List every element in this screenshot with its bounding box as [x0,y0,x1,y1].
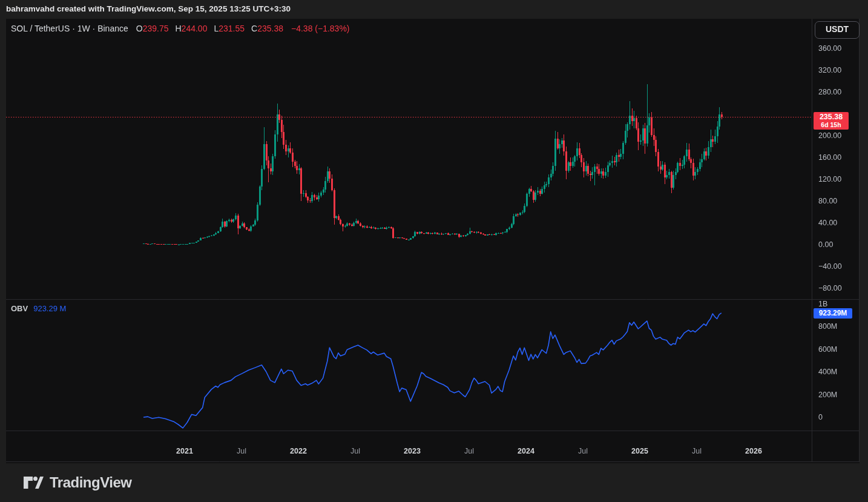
time-scale[interactable] [6,431,860,461]
obv-scale[interactable] [812,299,860,431]
price-scale[interactable] [812,19,860,299]
ohlc-values: O239.75 H244.00 L231.55 C235.38 [136,24,283,33]
price-change: −4.38 (−1.83%) [291,24,350,33]
symbol-title[interactable]: SOL / TetherUS · 1W · Binance [11,24,128,33]
ohlc-open-value: 239.75 [143,24,169,33]
symbol-legend: SOL / TetherUS · 1W · Binance O239.75 H2… [11,24,350,33]
tradingview-footer: TradingView [23,472,131,494]
tradingview-snapshot: bahramvahd created with TradingView.com,… [0,0,868,502]
attribution-text: bahramvahd created with TradingView.com,… [6,4,291,13]
chart-canvas[interactable] [0,0,868,502]
ohlc-open-label: O [136,24,143,33]
ohlc-close-label: C [251,24,257,33]
ohlc-high-label: H [175,24,181,33]
ohlc-high-value: 244.00 [182,24,208,33]
tradingview-brand-text: TradingView [50,474,131,491]
obv-current-value: 923.29 M [33,304,66,313]
ohlc-low-value: 231.55 [219,24,245,33]
tradingview-logo-icon [23,474,44,491]
obv-indicator-label[interactable]: OBV [11,304,28,313]
obv-legend: OBV 923.29 M [11,304,66,313]
ohlc-close-value: 235.38 [257,24,283,33]
